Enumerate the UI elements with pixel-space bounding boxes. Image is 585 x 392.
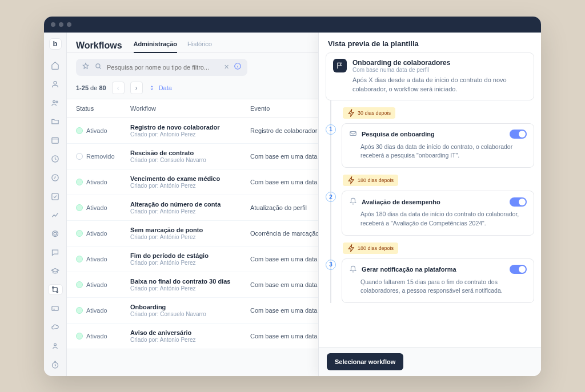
- workflow-name: Registro de novo colaborador: [130, 124, 250, 131]
- preview-desc: Após X dias desde a data de início do co…: [352, 75, 527, 94]
- preview-heading: Vista previa de la plantilla: [319, 33, 541, 52]
- folder-icon[interactable]: [48, 116, 63, 127]
- workflow-creator: Criado por: António Perez: [130, 208, 250, 215]
- svg-rect-16: [350, 131, 356, 135]
- workflow-name: Sem marcação de ponto: [130, 227, 250, 233]
- svg-point-2: [56, 101, 58, 103]
- status-badge: Ativado: [76, 179, 130, 185]
- clock2-icon[interactable]: [48, 172, 63, 183]
- workflow-name: Rescisão de contrato: [130, 149, 250, 156]
- grad-icon[interactable]: [48, 266, 63, 277]
- time-icon[interactable]: [48, 359, 63, 370]
- svg-point-10: [57, 291, 58, 293]
- svg-point-14: [96, 63, 100, 67]
- clock-icon[interactable]: [48, 153, 63, 164]
- step-title: Gerar notificação na plataforma: [362, 266, 505, 273]
- col-status: Status: [76, 105, 130, 112]
- star-icon[interactable]: [82, 62, 90, 72]
- window-dot[interactable]: [67, 22, 71, 27]
- step-card: Pesquisa de onboarding Após 30 dias da d…: [342, 123, 534, 168]
- svg-point-12: [54, 343, 57, 346]
- status-badge: Ativado: [76, 230, 130, 237]
- step-desc: Quando faltarem 15 dias para o fim do co…: [360, 278, 527, 296]
- step-toggle[interactable]: [510, 265, 527, 274]
- person-icon[interactable]: [48, 341, 63, 351]
- step-card: Avaliação de desempenho Após 180 dias da…: [342, 191, 534, 236]
- step-title: Pesquisa de onboarding: [362, 131, 505, 138]
- target-icon[interactable]: [48, 228, 63, 239]
- window-dot[interactable]: [51, 22, 55, 27]
- chat-icon[interactable]: [48, 247, 63, 258]
- workflow-name: Fim do período de estágio: [130, 252, 250, 259]
- svg-point-7: [53, 231, 58, 237]
- step-number: 3: [326, 260, 336, 270]
- check-icon[interactable]: [48, 191, 63, 202]
- user-icon[interactable]: [48, 79, 63, 90]
- workflow-name: Alteração do número de conta: [130, 201, 250, 208]
- search-icon: [94, 62, 102, 72]
- search-wrap: ✕: [76, 59, 247, 76]
- col-workflow: Workflow: [130, 105, 250, 112]
- window-dot[interactable]: [59, 22, 63, 27]
- preview-title: Onboarding de colaboradores: [352, 59, 450, 67]
- step-title: Avaliação de desempenho: [362, 199, 505, 205]
- status-badge: Ativado: [76, 204, 130, 211]
- workflow-creator: Criado por: Antonio Perez: [130, 337, 250, 343]
- svg-point-0: [54, 81, 57, 84]
- info-icon[interactable]: [234, 62, 242, 72]
- delay-chip: 180 dias depois: [343, 175, 398, 186]
- svg-point-1: [53, 100, 55, 103]
- step-number: 2: [326, 192, 336, 202]
- chart-icon[interactable]: [48, 209, 63, 220]
- tab-history[interactable]: Histórico: [187, 38, 212, 53]
- status-badge: Ativado: [76, 307, 130, 314]
- template-preview-panel: Vista previa de la plantilla Onboarding …: [318, 33, 541, 376]
- workflow-name: Vencimento do exame médico: [130, 175, 250, 182]
- select-workflow-button[interactable]: Selecionar workflow: [327, 353, 403, 370]
- calendar-icon[interactable]: [48, 135, 63, 146]
- workflow-creator: Criado por: Antonio Perez: [130, 131, 250, 138]
- page-total: 80: [99, 84, 106, 91]
- step-desc: Após 30 dias da data de início do contra…: [360, 143, 527, 161]
- workflow-creator: Criado por: António Perez: [130, 260, 250, 266]
- svg-point-9: [53, 287, 54, 289]
- workflow-creator: Criado por: António Perez: [130, 183, 250, 189]
- app-logo[interactable]: b: [49, 38, 62, 50]
- step-toggle[interactable]: [510, 130, 527, 139]
- prev-page-button[interactable]: ‹: [112, 82, 125, 94]
- home-icon[interactable]: [48, 60, 63, 71]
- team-icon[interactable]: [48, 98, 63, 108]
- delay-chip: 30 dias depois: [343, 107, 395, 119]
- page-title: Workflows: [76, 41, 122, 51]
- svg-rect-6: [52, 193, 58, 199]
- sidebar: b: [44, 33, 67, 376]
- card-icon[interactable]: [48, 303, 63, 314]
- preview-subtitle: Com base numa data de perfil: [352, 67, 450, 73]
- step-toggle[interactable]: [510, 197, 527, 207]
- mail-icon: [349, 130, 357, 139]
- workflow-name: Onboarding: [130, 304, 250, 310]
- next-page-button[interactable]: ›: [130, 82, 143, 94]
- titlebar: [44, 17, 541, 33]
- step-card: Gerar notificação na plataforma Quando f…: [342, 258, 534, 304]
- main-content: Workflows Administração Histórico ✕: [67, 33, 541, 376]
- status-badge: Ativado: [76, 281, 130, 288]
- workflow-creator: Criado por: Consuelo Navarro: [130, 311, 250, 317]
- flag-icon: [333, 59, 347, 72]
- search-input[interactable]: [107, 64, 219, 71]
- workflow-icon[interactable]: [48, 284, 63, 295]
- workflow-creator: Criado por: António Perez: [130, 285, 250, 292]
- workflow-name: Baixa no final do contrato 30 dias: [130, 278, 250, 285]
- preview-header-card: Onboarding de colaboradores Com base num…: [326, 52, 534, 100]
- tab-admin[interactable]: Administração: [134, 38, 177, 53]
- clear-icon[interactable]: ✕: [224, 63, 229, 71]
- status-badge: Ativado: [76, 256, 130, 262]
- status-badge: Ativado: [76, 127, 130, 134]
- step-number: 1: [326, 124, 336, 135]
- workflow-creator: Criado por: António Perez: [130, 234, 250, 240]
- sort-data-link[interactable]: Data: [149, 84, 172, 92]
- page-range: 1-25: [76, 84, 89, 91]
- bell-icon: [349, 197, 357, 207]
- workflow-creator: Criado por: Consuelo Navarro: [130, 157, 250, 163]
- cloud-icon[interactable]: [48, 322, 63, 333]
